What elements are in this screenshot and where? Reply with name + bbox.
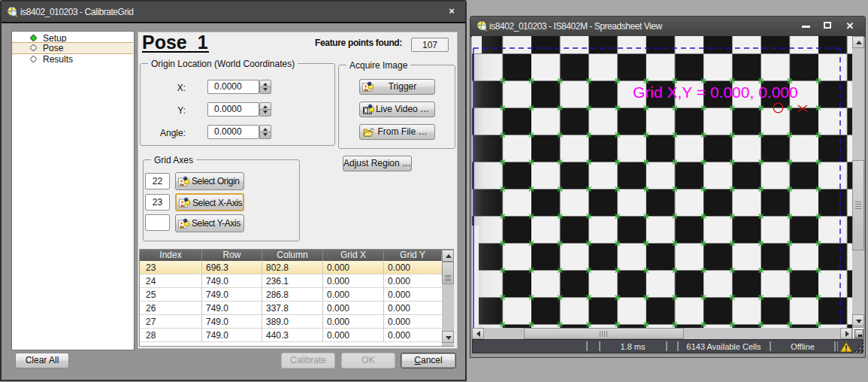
svg-text:Grid X,Y = 0.000, 0.000: Grid X,Y = 0.000, 0.000	[633, 83, 798, 101]
